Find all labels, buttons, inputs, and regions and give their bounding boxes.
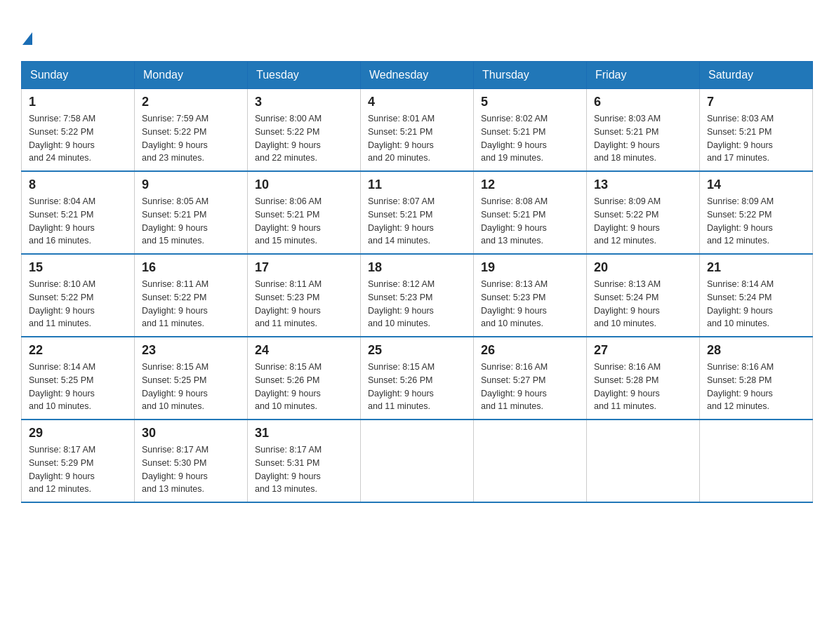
week-row-2: 8 Sunrise: 8:04 AM Sunset: 5:21 PM Dayli… xyxy=(22,171,813,254)
calendar-cell: 22 Sunrise: 8:14 AM Sunset: 5:25 PM Dayl… xyxy=(22,337,135,420)
calendar-cell: 7 Sunrise: 8:03 AM Sunset: 5:21 PM Dayli… xyxy=(700,89,813,172)
day-number: 18 xyxy=(368,260,466,275)
day-info: Sunrise: 8:11 AM Sunset: 5:22 PM Dayligh… xyxy=(142,278,240,330)
logo-general-text xyxy=(21,21,32,47)
day-number: 29 xyxy=(29,426,127,441)
calendar-cell: 19 Sunrise: 8:13 AM Sunset: 5:23 PM Dayl… xyxy=(474,254,587,337)
day-number: 14 xyxy=(707,177,805,192)
calendar-cell: 1 Sunrise: 7:58 AM Sunset: 5:22 PM Dayli… xyxy=(22,89,135,172)
day-number: 4 xyxy=(368,95,466,109)
calendar-header: SundayMondayTuesdayWednesdayThursdayFrid… xyxy=(22,62,813,89)
day-info: Sunrise: 8:17 AM Sunset: 5:31 PM Dayligh… xyxy=(255,443,353,496)
day-info: Sunrise: 8:15 AM Sunset: 5:25 PM Dayligh… xyxy=(142,361,240,413)
day-info: Sunrise: 8:03 AM Sunset: 5:21 PM Dayligh… xyxy=(594,112,692,165)
day-info: Sunrise: 7:58 AM Sunset: 5:22 PM Dayligh… xyxy=(29,112,127,165)
day-number: 21 xyxy=(707,260,805,275)
day-info: Sunrise: 8:16 AM Sunset: 5:28 PM Dayligh… xyxy=(707,361,805,413)
week-row-5: 29 Sunrise: 8:17 AM Sunset: 5:29 PM Dayl… xyxy=(22,420,813,502)
day-info: Sunrise: 8:09 AM Sunset: 5:22 PM Dayligh… xyxy=(594,195,692,248)
header-row: SundayMondayTuesdayWednesdayThursdayFrid… xyxy=(22,62,813,89)
week-row-4: 22 Sunrise: 8:14 AM Sunset: 5:25 PM Dayl… xyxy=(22,337,813,420)
day-number: 26 xyxy=(481,343,579,358)
week-row-1: 1 Sunrise: 7:58 AM Sunset: 5:22 PM Dayli… xyxy=(22,89,813,172)
day-number: 30 xyxy=(142,426,240,441)
header-saturday: Saturday xyxy=(700,62,813,89)
day-number: 20 xyxy=(594,260,692,275)
day-number: 9 xyxy=(142,177,240,192)
day-info: Sunrise: 8:10 AM Sunset: 5:22 PM Dayligh… xyxy=(29,278,127,330)
calendar-cell: 25 Sunrise: 8:15 AM Sunset: 5:26 PM Dayl… xyxy=(361,337,474,420)
calendar-cell: 10 Sunrise: 8:06 AM Sunset: 5:21 PM Dayl… xyxy=(248,171,361,254)
calendar-cell: 26 Sunrise: 8:16 AM Sunset: 5:27 PM Dayl… xyxy=(474,337,587,420)
calendar-cell: 30 Sunrise: 8:17 AM Sunset: 5:30 PM Dayl… xyxy=(135,420,248,502)
calendar-cell xyxy=(587,420,700,502)
day-number: 3 xyxy=(255,95,353,109)
calendar-body: 1 Sunrise: 7:58 AM Sunset: 5:22 PM Dayli… xyxy=(22,89,813,503)
calendar-cell: 11 Sunrise: 8:07 AM Sunset: 5:21 PM Dayl… xyxy=(361,171,474,254)
day-info: Sunrise: 8:16 AM Sunset: 5:27 PM Dayligh… xyxy=(481,361,579,413)
day-info: Sunrise: 8:14 AM Sunset: 5:24 PM Dayligh… xyxy=(707,278,805,330)
day-number: 6 xyxy=(594,95,692,109)
header-sunday: Sunday xyxy=(22,62,135,89)
day-number: 11 xyxy=(368,177,466,192)
day-number: 27 xyxy=(594,343,692,358)
day-info: Sunrise: 8:06 AM Sunset: 5:21 PM Dayligh… xyxy=(255,195,353,248)
calendar-cell: 2 Sunrise: 7:59 AM Sunset: 5:22 PM Dayli… xyxy=(135,89,248,172)
calendar-cell: 8 Sunrise: 8:04 AM Sunset: 5:21 PM Dayli… xyxy=(22,171,135,254)
day-info: Sunrise: 8:09 AM Sunset: 5:22 PM Dayligh… xyxy=(707,195,805,248)
day-number: 19 xyxy=(481,260,579,275)
day-number: 16 xyxy=(142,260,240,275)
day-info: Sunrise: 8:15 AM Sunset: 5:26 PM Dayligh… xyxy=(255,361,353,413)
day-number: 12 xyxy=(481,177,579,192)
day-info: Sunrise: 8:14 AM Sunset: 5:25 PM Dayligh… xyxy=(29,361,127,413)
day-info: Sunrise: 8:17 AM Sunset: 5:30 PM Dayligh… xyxy=(142,443,240,496)
day-number: 10 xyxy=(255,177,353,192)
day-number: 23 xyxy=(142,343,240,358)
calendar-cell: 31 Sunrise: 8:17 AM Sunset: 5:31 PM Dayl… xyxy=(248,420,361,502)
calendar-cell: 20 Sunrise: 8:13 AM Sunset: 5:24 PM Dayl… xyxy=(587,254,700,337)
day-info: Sunrise: 8:02 AM Sunset: 5:21 PM Dayligh… xyxy=(481,112,579,165)
calendar-cell: 9 Sunrise: 8:05 AM Sunset: 5:21 PM Dayli… xyxy=(135,171,248,254)
calendar-cell: 23 Sunrise: 8:15 AM Sunset: 5:25 PM Dayl… xyxy=(135,337,248,420)
day-info: Sunrise: 8:07 AM Sunset: 5:21 PM Dayligh… xyxy=(368,195,466,248)
day-info: Sunrise: 8:11 AM Sunset: 5:23 PM Dayligh… xyxy=(255,278,353,330)
logo-triangle-icon xyxy=(22,32,32,45)
day-number: 17 xyxy=(255,260,353,275)
calendar-cell xyxy=(474,420,587,502)
day-info: Sunrise: 8:13 AM Sunset: 5:23 PM Dayligh… xyxy=(481,278,579,330)
week-row-3: 15 Sunrise: 8:10 AM Sunset: 5:22 PM Dayl… xyxy=(22,254,813,337)
day-info: Sunrise: 8:13 AM Sunset: 5:24 PM Dayligh… xyxy=(594,278,692,330)
calendar-cell: 28 Sunrise: 8:16 AM Sunset: 5:28 PM Dayl… xyxy=(700,337,813,420)
calendar-cell: 4 Sunrise: 8:01 AM Sunset: 5:21 PM Dayli… xyxy=(361,89,474,172)
header-tuesday: Tuesday xyxy=(248,62,361,89)
day-number: 5 xyxy=(481,95,579,109)
calendar-cell: 29 Sunrise: 8:17 AM Sunset: 5:29 PM Dayl… xyxy=(22,420,135,502)
day-info: Sunrise: 8:17 AM Sunset: 5:29 PM Dayligh… xyxy=(29,443,127,496)
day-number: 8 xyxy=(29,177,127,192)
day-number: 25 xyxy=(368,343,466,358)
calendar-cell: 5 Sunrise: 8:02 AM Sunset: 5:21 PM Dayli… xyxy=(474,89,587,172)
header-friday: Friday xyxy=(587,62,700,89)
day-number: 2 xyxy=(142,95,240,109)
calendar-cell: 24 Sunrise: 8:15 AM Sunset: 5:26 PM Dayl… xyxy=(248,337,361,420)
day-number: 7 xyxy=(707,95,805,109)
day-info: Sunrise: 8:08 AM Sunset: 5:21 PM Dayligh… xyxy=(481,195,579,248)
day-info: Sunrise: 8:05 AM Sunset: 5:21 PM Dayligh… xyxy=(142,195,240,248)
header-monday: Monday xyxy=(135,62,248,89)
page-header xyxy=(21,21,813,47)
day-number: 31 xyxy=(255,426,353,441)
calendar-table: SundayMondayTuesdayWednesdayThursdayFrid… xyxy=(21,61,813,503)
day-info: Sunrise: 8:04 AM Sunset: 5:21 PM Dayligh… xyxy=(29,195,127,248)
day-info: Sunrise: 8:12 AM Sunset: 5:23 PM Dayligh… xyxy=(368,278,466,330)
calendar-cell: 6 Sunrise: 8:03 AM Sunset: 5:21 PM Dayli… xyxy=(587,89,700,172)
day-info: Sunrise: 8:01 AM Sunset: 5:21 PM Dayligh… xyxy=(368,112,466,165)
day-info: Sunrise: 8:00 AM Sunset: 5:22 PM Dayligh… xyxy=(255,112,353,165)
calendar-cell: 27 Sunrise: 8:16 AM Sunset: 5:28 PM Dayl… xyxy=(587,337,700,420)
logo xyxy=(21,21,32,47)
day-number: 24 xyxy=(255,343,353,358)
day-number: 13 xyxy=(594,177,692,192)
day-number: 1 xyxy=(29,95,127,109)
day-info: Sunrise: 8:03 AM Sunset: 5:21 PM Dayligh… xyxy=(707,112,805,165)
calendar-cell: 12 Sunrise: 8:08 AM Sunset: 5:21 PM Dayl… xyxy=(474,171,587,254)
calendar-cell: 15 Sunrise: 8:10 AM Sunset: 5:22 PM Dayl… xyxy=(22,254,135,337)
